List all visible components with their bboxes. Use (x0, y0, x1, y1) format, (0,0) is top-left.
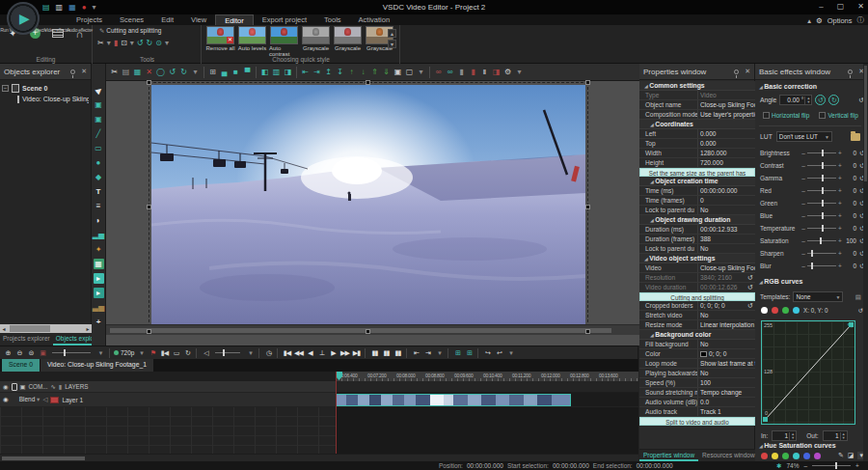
blend-mode-select[interactable]: Blend ▾ (19, 396, 41, 403)
resolution-select[interactable]: 720p (114, 349, 134, 356)
dropdown-icon[interactable]: ▾ (190, 65, 201, 80)
new-project-icon[interactable]: ▤ (42, 3, 50, 13)
align-right-icon[interactable]: ◨ (283, 65, 293, 80)
menu-tab-edit[interactable]: Edit (152, 14, 182, 25)
property-value[interactable]: 0.000 (697, 129, 755, 138)
property-value[interactable]: 0; 0; 0; 0 (697, 301, 746, 310)
property-value[interactable]: 1280.000 (697, 149, 755, 157)
dropdown-icon[interactable]: ▾ (434, 347, 444, 359)
slider-thumb[interactable] (822, 200, 824, 207)
open-project-icon[interactable]: ▥ (56, 3, 64, 13)
layers-copy-icon[interactable]: ▣ (20, 383, 26, 390)
ellipse-tool-icon[interactable]: ● (94, 157, 104, 168)
minimize-button[interactable]: – (819, 2, 823, 11)
audio-effects-button[interactable]: ∩ Audio effects▾ (68, 26, 91, 40)
movie-tool-icon[interactable]: ▸ (94, 288, 104, 298)
hue-eraser-icon[interactable]: ◪ (848, 452, 854, 459)
properties-section-header[interactable]: Common settings (639, 81, 755, 91)
marker-icon[interactable]: ▮ (456, 65, 467, 80)
property-row[interactable]: Cropped borders0; 0; 0; 0↺ (639, 301, 755, 311)
stop-icon[interactable]: ⊥ (316, 347, 326, 359)
hue-dot[interactable] (814, 453, 821, 459)
quick-style-remove-all[interactable]: Remove all (205, 26, 235, 57)
slider-thumb[interactable] (822, 150, 824, 156)
property-value[interactable]: No (697, 206, 755, 214)
property-value[interactable]: Linear interpolation (697, 320, 755, 329)
preview-time-icon[interactable]: ◷ (263, 347, 273, 359)
property-value[interactable]: No (697, 244, 755, 253)
fast-backward-icon[interactable]: ◀◀ (293, 347, 303, 359)
slider-track[interactable] (807, 228, 836, 229)
scroll-down-button[interactable]: ▾ (388, 40, 396, 48)
audio-wave-icon[interactable]: ▃▅ (94, 302, 104, 313)
slider-minus[interactable]: – (800, 237, 806, 244)
quick-style-auto-contrast[interactable]: Auto contrast (269, 26, 299, 57)
rotate-ccw-button[interactable]: ↺ (815, 95, 826, 105)
property-row[interactable]: Duration (ms)00:00:12.933 (639, 225, 755, 235)
slider-track[interactable] (807, 190, 836, 191)
collapse-ribbon-icon[interactable]: ▴ (807, 16, 811, 25)
scrollbar-thumb[interactable] (2, 456, 85, 460)
dropdown-icon[interactable]: ▾ (505, 347, 515, 359)
property-value[interactable]: 00:00:00.000 (697, 186, 755, 195)
selection-handle[interactable] (585, 329, 590, 334)
properties-action-button[interactable]: Split to video and audio (639, 417, 755, 426)
undo-icon[interactable]: ↺ (167, 65, 177, 80)
align-center-icon[interactable]: ▥ (271, 65, 282, 80)
rotate-cw-button[interactable]: ↻ (828, 95, 839, 105)
vertical-flip-checkbox[interactable]: Vertical flip (819, 112, 857, 119)
volume-icon[interactable]: ◁ (201, 347, 210, 359)
close-button[interactable]: ✕ (857, 2, 864, 11)
tab-resources-window[interactable]: Resources window (698, 450, 759, 461)
bring-forward-icon[interactable]: ↑ (346, 65, 357, 80)
settings-gear-icon[interactable]: ⚙ (502, 65, 513, 80)
tree-item-video[interactable]: Video: Close-up Skiing Fo (2, 94, 89, 104)
canvas-hscrollbar[interactable] (106, 324, 639, 335)
selection-handle[interactable] (366, 329, 370, 334)
zoom-out-button[interactable]: – (803, 462, 807, 469)
line-tool-icon[interactable]: ╱ (94, 128, 104, 139)
property-value[interactable]: Close-up Skiing Foota (697, 100, 755, 109)
slider-thumb[interactable] (811, 250, 813, 257)
out-input[interactable]: 1 ▴▾ (823, 430, 848, 441)
property-row[interactable]: VideoClose-up Skiing Foo (639, 263, 755, 273)
rotate-cw-icon[interactable]: ↻ (147, 39, 153, 47)
tab-scene-0[interactable]: Scene 0 (2, 359, 40, 372)
property-row[interactable]: Audio volume (dB)0.0 (639, 398, 755, 407)
frame-preview-icon[interactable]: ▭ (171, 347, 180, 359)
property-row[interactable]: Playing backwardsNo (639, 369, 755, 378)
properties-section-header[interactable]: Coordinates (639, 120, 755, 129)
property-value[interactable]: Show last frame at the (697, 359, 755, 368)
hue-dot[interactable] (761, 453, 768, 459)
send-back-icon[interactable]: ⇓ (381, 65, 392, 80)
pause-icon[interactable]: ▮▮ (381, 347, 391, 359)
objects-hscrollbar[interactable]: ◂ ▸ (0, 324, 92, 333)
hue-pencil-icon[interactable]: ✎ (838, 452, 844, 459)
channel-dot[interactable] (761, 307, 768, 314)
scroll-left-icon[interactable]: ◂ (0, 325, 8, 332)
counter-tool-icon[interactable]: ≡ (94, 201, 104, 211)
property-row[interactable]: Time (frames)0 (639, 196, 755, 206)
snap-grid-icon[interactable]: ⊞ (207, 65, 218, 80)
dropdown-icon[interactable]: ▾ (95, 347, 105, 359)
hue-dot[interactable] (803, 453, 810, 459)
group-icon[interactable]: ▣ (393, 65, 403, 80)
bring-front-icon[interactable]: ⇑ (369, 65, 380, 80)
reset-icon[interactable]: ↺ (746, 301, 755, 310)
property-value[interactable]: 0.000 (697, 139, 755, 148)
send-backward-icon[interactable]: ↓ (358, 65, 368, 80)
scene-canvas[interactable] (106, 81, 639, 335)
visibility-icon[interactable]: ◉ (3, 396, 9, 403)
quickbar-dropdown-icon[interactable]: ▾ (93, 3, 96, 13)
slider-minus[interactable]: – (800, 250, 806, 257)
channel-dot[interactable] (772, 307, 778, 314)
cutting-tool-icon[interactable]: ✂ (97, 39, 104, 47)
properties-section-header[interactable]: Object drawing duration (639, 215, 755, 225)
close-icon[interactable]: ✕ (745, 68, 750, 75)
rotate-ccw-icon[interactable]: ↺ (137, 39, 144, 47)
slider-minus[interactable]: – (800, 212, 806, 219)
video-preview[interactable] (151, 85, 585, 329)
marker-flag-icon[interactable]: ⚑ (148, 347, 157, 359)
property-value[interactable]: Close-up Skiing Foo (697, 263, 755, 272)
align-left-icon[interactable]: ◧ (259, 65, 270, 80)
